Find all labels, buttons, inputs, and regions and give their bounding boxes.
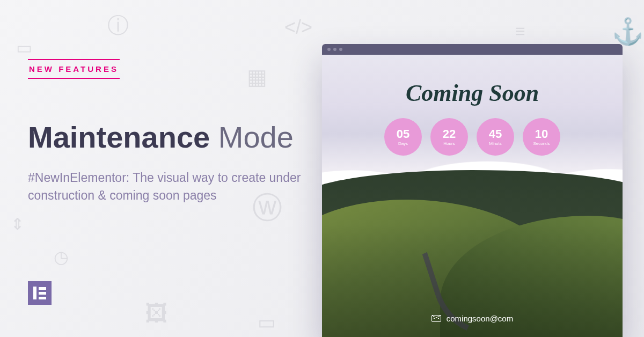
countdown-value: 10 — [535, 128, 548, 140]
countdown-value: 45 — [489, 128, 502, 140]
countdown-label: Seconds — [533, 141, 550, 146]
widget-icon: ▭ — [16, 38, 32, 58]
subheadline: #NewInElementor: The visual way to creat… — [28, 169, 318, 205]
countdown-value: 22 — [443, 128, 456, 140]
hero-copy: NEW FEATURES Maintenance Mode #NewInElem… — [28, 59, 318, 204]
countdown: 05 Days 22 Hours 45 Minuts 10 Seconds — [322, 118, 623, 156]
window-dot-icon — [327, 48, 331, 51]
headline-bold: Maintenance — [28, 120, 210, 154]
clock-icon: ◷ — [54, 247, 69, 267]
countdown-label: Hours — [443, 141, 455, 146]
countdown-label: Minuts — [489, 141, 502, 146]
cursor-icon: ▭ — [258, 311, 276, 334]
email-text: comingsoon@com — [447, 314, 513, 323]
browser-titlebar — [322, 44, 623, 55]
countdown-label: Days — [398, 141, 408, 146]
elementor-logo-icon — [28, 281, 52, 305]
info-icon: ⓘ — [107, 11, 129, 40]
lines-icon: ≡ — [515, 21, 525, 41]
browser-preview: Coming Soon 05 Days 22 Hours 45 Minuts 1… — [322, 44, 623, 337]
anchor-icon: ⚓ — [612, 16, 644, 47]
coming-soon-page: Coming Soon 05 Days 22 Hours 45 Minuts 1… — [322, 55, 623, 337]
mail-icon — [431, 315, 441, 322]
window-dot-icon — [333, 48, 336, 51]
countdown-days: 05 Days — [384, 118, 422, 156]
code-icon: </> — [284, 16, 312, 39]
contact-email: comingsoon@com — [322, 314, 623, 323]
gallery-icon: 🖾 — [145, 301, 167, 326]
countdown-seconds: 10 Seconds — [523, 118, 560, 156]
countdown-minutes: 45 Minuts — [477, 118, 514, 156]
headline: Maintenance Mode — [28, 121, 318, 154]
countdown-hours: 22 Hours — [430, 118, 468, 156]
divider-icon: ⇕ — [11, 215, 24, 233]
countdown-value: 05 — [397, 128, 409, 140]
headline-light: Mode — [210, 120, 294, 154]
eyebrow-label: NEW FEATURES — [28, 59, 120, 79]
coming-soon-title: Coming Soon — [322, 79, 623, 107]
eyebrow-wrap: NEW FEATURES — [28, 59, 120, 79]
window-dot-icon — [339, 48, 342, 51]
